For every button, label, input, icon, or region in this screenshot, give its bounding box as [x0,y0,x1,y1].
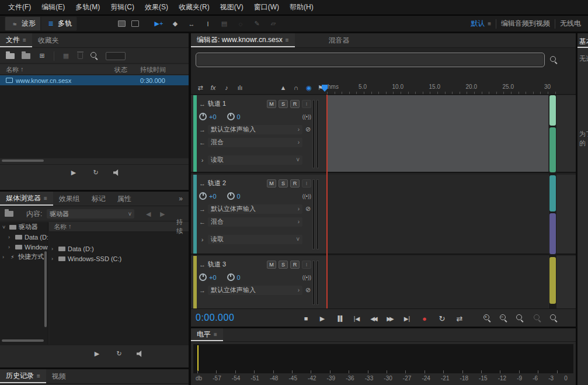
time-display[interactable]: 0:00.000 [196,313,234,323]
tab-media-browser[interactable]: 媒体浏览器 ≡ [0,192,53,206]
monitor-button[interactable]: I [302,261,311,269]
volume-value[interactable]: +0 [209,193,217,200]
list-item-drive-c[interactable]: › Windows-SSD (C:) [49,254,189,263]
input-select[interactable]: 默认立体声输入 › [208,286,302,295]
navigator-zoom-icon[interactable] [549,56,558,64]
zoom-selection-out-button[interactable] [533,314,542,322]
pan-knob[interactable] [227,273,235,281]
no-fx-icon[interactable]: ⊘ [305,205,311,213]
input-select[interactable]: 默认立体声输入 › [208,125,302,134]
twist-closed-icon[interactable]: › [8,234,13,240]
workspace-right-clipped[interactable]: 无线电 [560,19,586,29]
pan-knob[interactable] [227,192,235,200]
fx-icon[interactable]: fx [208,83,218,92]
volume-knob[interactable] [199,192,207,200]
pan-knob[interactable] [227,113,235,120]
col-name[interactable]: 名称 [54,223,67,231]
back-icon[interactable]: ◀ [144,209,153,218]
tab-video[interactable]: 视频 [46,369,72,383]
zoom-to-selection-button[interactable] [516,314,524,322]
search-icon[interactable] [90,51,99,60]
media-hscrollbar[interactable] [2,339,44,342]
magnet-icon[interactable]: ∩ [291,83,301,92]
zoom-in-button[interactable]: + [483,314,492,322]
tab-properties[interactable]: 属性 [112,192,137,206]
files-column-header[interactable]: 名称 ↑ 状态 持续时间 [0,65,189,75]
media-import-icon[interactable] [5,211,13,217]
link-tool-icon[interactable] [131,20,139,27]
track-name[interactable]: 轨道 2 [208,179,226,188]
zoom-navigator[interactable] [196,53,545,67]
playhead-line[interactable] [326,95,328,308]
tab-editor[interactable]: 编辑器: www.knowr.cn.sesx ≡ [191,33,295,47]
mute-button[interactable]: M [267,179,276,188]
pan-value[interactable]: 0 [237,274,241,281]
col-duration[interactable]: 持续时间 [140,65,166,74]
delete-icon[interactable] [78,53,83,59]
tree-item-drives[interactable]: ˅ 驱动器 [0,222,48,232]
tree-item-drive-2[interactable]: › Windows-SSD (C:) [0,242,48,252]
menu-item[interactable]: 帮助(H) [285,1,318,13]
track-vscrollbar[interactable] [549,95,556,308]
no-fx-icon[interactable]: ⊘ [305,286,311,294]
twist-closed-icon[interactable]: › [2,254,7,260]
tab-history[interactable]: 历史记录 ≡ [0,369,46,383]
track-content[interactable] [327,175,548,254]
multitrack-button[interactable]: ≣ 多轨 [41,16,77,31]
tab-effects-rack[interactable]: 效果组 [53,192,86,206]
forward-icon[interactable]: ▶ [158,209,167,218]
play-button[interactable]: ▶ [315,313,329,324]
content-select[interactable]: 驱动器 ˅ [47,209,134,218]
new-item-icon[interactable]: ⊞ [37,51,47,61]
workspace-menu-icon[interactable]: ≡ [488,20,491,27]
scrollbar-segment[interactable] [549,257,556,304]
tab-essential-sound[interactable]: 基本 [579,37,588,47]
pan-value[interactable]: 0 [237,113,241,120]
import-file-icon[interactable] [22,53,30,59]
move-tool-icon[interactable]: ▶+ [154,19,163,29]
pan-value[interactable]: 0 [237,193,241,200]
loop-preview-icon[interactable]: ↻ [114,349,124,359]
loop-preview-icon[interactable]: ↻ [91,168,100,178]
bus-select[interactable]: 混合 › [208,217,302,227]
monitor-input-icon[interactable]: ((•)) [302,275,311,280]
tree-item-drive-1[interactable]: › Data (D:) [0,232,48,242]
monitor-button[interactable]: I [302,100,311,108]
menu-item[interactable]: 效果(S) [140,1,173,13]
arm-button[interactable]: R [290,179,300,188]
zoom-out-button[interactable]: − [499,314,508,322]
auto-play-speaker-icon[interactable] [113,169,120,176]
meter-bars-icon[interactable]: ılı [235,83,245,92]
twist-closed-icon[interactable]: › [8,244,13,250]
solo-button[interactable]: S [279,261,288,269]
open-file-icon[interactable] [6,53,15,59]
slip-tool-icon[interactable]: ↔ [187,19,196,29]
menu-item[interactable]: 编辑(E) [37,1,69,13]
timeline-ruler[interactable]: hms 5.010.015.020.025.030 [324,81,557,94]
volume-knob[interactable] [199,113,207,120]
preview-play-icon[interactable]: ▶ [92,349,102,359]
skip-selection-button[interactable]: ⇄ [453,313,467,324]
stop-button[interactable]: ■ [299,313,313,324]
menu-item[interactable]: 收藏夹(R) [174,1,214,13]
ibeam-tool-icon[interactable]: I [203,19,213,29]
automation-select[interactable]: 读取 ˅ [208,235,302,244]
solo-button[interactable]: S [279,179,288,188]
files-hscrollbar[interactable] [2,159,44,162]
tab-levels[interactable]: 电平 ≡ [191,328,223,341]
waveform-button[interactable]: ≈ 波形 [5,16,41,31]
marquee-tool-icon[interactable]: ▤ [220,19,229,29]
razor-tool-icon[interactable]: ◆ [171,19,180,29]
track-content[interactable] [327,95,548,172]
track-name[interactable]: 轨道 1 [208,99,226,108]
zoom-full-button[interactable] [549,314,558,322]
automation-twist-icon[interactable]: › [199,236,206,243]
file-row[interactable]: www.knowr.cn.sesx 0:30.000 [0,75,189,85]
workspace-default-button[interactable]: 默认 ≡ [471,19,491,29]
menu-item[interactable]: 文件(F) [4,1,36,13]
arm-button[interactable]: R [290,261,300,269]
scrollbar-segment[interactable] [549,95,556,126]
list-item-drive-d[interactable]: › Data (D:) [49,244,189,254]
pause-button[interactable]: ▌▌ [333,313,347,324]
scrollbar-segment[interactable] [549,175,556,211]
